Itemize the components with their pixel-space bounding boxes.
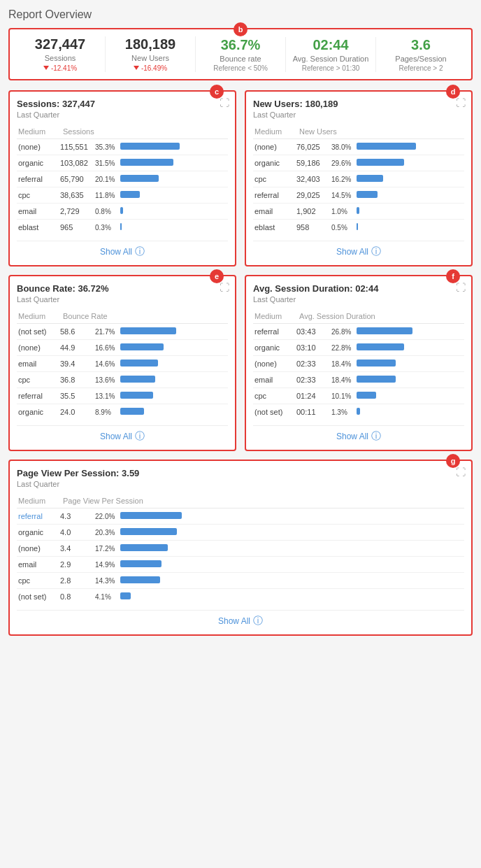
show-all-button[interactable]: Show All ⓘ xyxy=(218,615,263,627)
expand-icon[interactable]: ⛶ xyxy=(456,97,466,108)
card-title: Bounce Rate: 36.72% xyxy=(17,283,228,294)
table-row: organic24.08.9% xyxy=(17,404,228,420)
cell-medium: (none) xyxy=(17,340,59,356)
card-badge-d: d xyxy=(446,85,460,99)
table-row: email02:3318.4% xyxy=(253,372,464,388)
cell-medium: (not set) xyxy=(253,404,295,420)
cell-bar xyxy=(119,541,464,557)
cell-pct: 16.2% xyxy=(330,171,355,187)
bounce-rate-ref: Reference < 50% xyxy=(201,64,280,72)
cell-bar xyxy=(355,139,464,155)
medium-link[interactable]: referral xyxy=(18,512,43,520)
cell-medium: cpc xyxy=(17,573,59,589)
cell-bar xyxy=(119,171,228,187)
cell-value: 2.9 xyxy=(59,557,94,573)
cell-value: 00:11 xyxy=(295,404,330,420)
summary-pages-session: 3.6 Pages/Session Reference > 2 xyxy=(376,37,466,72)
table-row: organic103,08231.5% xyxy=(17,155,228,171)
expand-icon[interactable]: ⛶ xyxy=(456,282,466,293)
cell-pct: 0.3% xyxy=(94,220,119,236)
cell-bar xyxy=(355,155,464,171)
expand-icon[interactable]: ⛶ xyxy=(220,282,229,293)
cell-medium: email xyxy=(253,372,295,388)
summary-bounce-rate: 36.7% Bounce rate Reference < 50% xyxy=(196,37,286,72)
cell-pct: 29.6% xyxy=(330,155,355,171)
cell-bar xyxy=(119,557,464,573)
cell-pct: 13.6% xyxy=(94,372,119,388)
cell-pct: 1.3% xyxy=(330,404,355,420)
cell-pct: 17.2% xyxy=(94,541,119,557)
cell-bar xyxy=(119,372,228,388)
table-row: cpc36.813.6% xyxy=(17,372,228,388)
card-title: Sessions: 327,447 xyxy=(17,99,228,109)
cell-medium: organic xyxy=(253,340,295,356)
col-value: Avg. Session Duration xyxy=(295,309,464,324)
cell-bar xyxy=(119,573,464,589)
cell-bar xyxy=(355,220,464,236)
card-title: Avg. Session Duration: 02:44 xyxy=(253,283,464,294)
new-users-change: -16.49% xyxy=(111,64,189,72)
cell-pct: 11.8% xyxy=(94,187,119,204)
cell-bar xyxy=(119,340,228,356)
new-users-down-icon xyxy=(134,66,139,71)
cell-value: 76,025 xyxy=(295,139,330,155)
summary-new-users: 180,189 New Users -16.49% xyxy=(106,36,196,72)
new-users-value: 180,189 xyxy=(111,36,189,52)
cell-pct: 8.9% xyxy=(94,404,119,420)
cell-medium: cpc xyxy=(17,187,59,204)
col-medium: Medium xyxy=(17,309,59,324)
cell-medium: cpc xyxy=(253,388,295,404)
table-row: (not set)0.84.1% xyxy=(17,589,464,605)
session-duration-ref: Reference > 01:30 xyxy=(292,64,370,72)
col-value: Sessions xyxy=(59,124,228,139)
show-all-button[interactable]: Show All ⓘ xyxy=(100,430,145,443)
cell-pct: 13.1% xyxy=(94,388,119,404)
cell-bar xyxy=(119,324,228,340)
show-all-button[interactable]: Show All ⓘ xyxy=(336,430,381,443)
cell-medium: (none) xyxy=(253,356,295,372)
col-medium: Medium xyxy=(17,124,59,139)
cell-value: 65,790 xyxy=(59,171,94,187)
cell-bar xyxy=(119,525,464,541)
table-row: organic59,18629.6% xyxy=(253,155,464,171)
cell-bar xyxy=(355,171,464,187)
cell-medium: organic xyxy=(253,155,295,171)
col-value: New Users xyxy=(295,124,464,139)
table-row: (not set)00:111.3% xyxy=(253,404,464,420)
cell-value: 36.8 xyxy=(59,372,94,388)
cell-medium: (not set) xyxy=(17,589,59,605)
show-all-button[interactable]: Show All ⓘ xyxy=(100,246,145,258)
table-row: (not set)58.621.7% xyxy=(17,324,228,340)
new-users-card: d⛶New Users: 180,189Last QuarterMediumNe… xyxy=(245,90,473,266)
cell-pct: 1.0% xyxy=(330,204,355,220)
expand-icon[interactable]: ⛶ xyxy=(456,467,466,478)
col-medium: Medium xyxy=(253,309,295,324)
table-row: (none)3.417.2% xyxy=(17,541,464,557)
cell-medium: (not set) xyxy=(17,324,59,340)
cell-value: 02:33 xyxy=(295,372,330,388)
cell-value: 103,082 xyxy=(59,155,94,171)
cell-pct: 20.1% xyxy=(94,171,119,187)
card-subtitle: Last Quarter xyxy=(253,111,464,119)
cell-value: 2.8 xyxy=(59,573,94,589)
cell-medium: referral xyxy=(17,508,59,525)
card-badge-f: f xyxy=(446,269,460,283)
col-medium: Medium xyxy=(17,494,59,508)
cell-pct: 14.6% xyxy=(94,356,119,372)
cell-value: 3.4 xyxy=(59,541,94,557)
cell-bar xyxy=(119,508,464,525)
sessions-label: Sessions xyxy=(21,54,99,62)
data-table: MediumSessions(none)115,55135.3%organic1… xyxy=(17,124,228,235)
table-row: eblast9650.3% xyxy=(17,220,228,236)
card-badge-e: e xyxy=(210,269,224,283)
show-all-button[interactable]: Show All ⓘ xyxy=(336,246,381,258)
expand-icon[interactable]: ⛶ xyxy=(220,97,229,108)
cards-grid: c⛶Sessions: 327,447Last QuarterMediumSes… xyxy=(8,90,473,636)
cell-bar xyxy=(355,356,464,372)
cell-medium: email xyxy=(17,557,59,573)
cell-pct: 20.3% xyxy=(94,525,119,541)
card-badge-c: c xyxy=(210,85,224,99)
cell-pct: 14.9% xyxy=(94,557,119,573)
cell-medium: referral xyxy=(17,171,59,187)
cell-medium: email xyxy=(253,204,295,220)
